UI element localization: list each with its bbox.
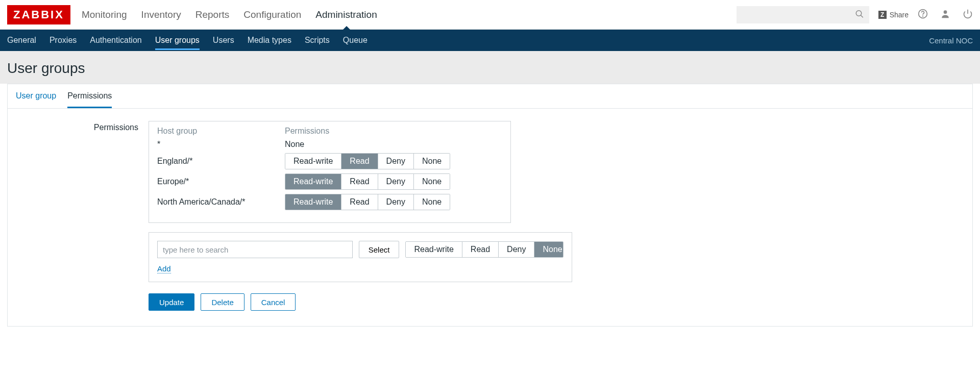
new-permission-option-readwrite[interactable]: Read-write bbox=[406, 242, 461, 257]
permission-row-level: None bbox=[285, 140, 304, 149]
add-link[interactable]: Add bbox=[157, 264, 171, 273]
subnav-item-queue[interactable]: Queue bbox=[343, 31, 368, 50]
select-button[interactable]: Select bbox=[359, 241, 400, 258]
user-icon[interactable] bbox=[940, 9, 950, 20]
permissions-header: Host group Permissions bbox=[157, 127, 502, 136]
new-permission-level: Read-writeReadDenyNone bbox=[405, 241, 564, 258]
svg-point-0 bbox=[856, 10, 862, 16]
topbar-right: Z Share bbox=[737, 6, 973, 23]
permission-option-readwrite[interactable]: Read-write bbox=[285, 174, 341, 189]
form-body: Permissions Host group Permissions *None… bbox=[8, 109, 972, 326]
new-permission-option-read[interactable]: Read bbox=[462, 242, 498, 257]
help-icon[interactable] bbox=[918, 9, 928, 20]
delete-button[interactable]: Delete bbox=[201, 293, 244, 311]
tabs: User groupPermissions bbox=[8, 84, 972, 109]
permission-option-readwrite[interactable]: Read-write bbox=[285, 154, 341, 169]
permission-row: *None bbox=[157, 140, 502, 149]
field-label-permissions: Permissions bbox=[16, 121, 138, 311]
permission-level-toggle: Read-writeReadDenyNone bbox=[285, 153, 450, 169]
subnav-item-authentication[interactable]: Authentication bbox=[90, 31, 141, 50]
topbar-icons bbox=[918, 9, 973, 20]
subnav-item-users[interactable]: Users bbox=[213, 31, 234, 50]
share-button[interactable]: Z Share bbox=[878, 11, 909, 19]
subnav: GeneralProxiesAuthenticationUser groupsU… bbox=[0, 30, 980, 51]
new-permission-option-deny[interactable]: Deny bbox=[498, 242, 534, 257]
form-panel: User groupPermissions Permissions Host g… bbox=[7, 84, 973, 327]
power-icon[interactable] bbox=[963, 9, 973, 20]
search-input[interactable] bbox=[737, 6, 869, 23]
permission-level-toggle: Read-writeReadDenyNone bbox=[285, 194, 450, 210]
permission-row: North America/Canada/*Read-writeReadDeny… bbox=[157, 194, 502, 210]
topnav-item-administration[interactable]: Administration bbox=[315, 0, 377, 30]
permission-row-group: North America/Canada/* bbox=[157, 197, 285, 207]
permission-level-toggle: Read-writeReadDenyNone bbox=[285, 173, 450, 190]
form-actions: Update Delete Cancel bbox=[149, 293, 572, 311]
z-badge-icon: Z bbox=[878, 11, 887, 19]
header-host-group: Host group bbox=[157, 127, 285, 136]
search-icon[interactable] bbox=[855, 9, 864, 20]
share-label: Share bbox=[890, 11, 909, 19]
subnav-item-scripts[interactable]: Scripts bbox=[305, 31, 330, 50]
permission-row-group: * bbox=[157, 140, 285, 149]
cancel-button[interactable]: Cancel bbox=[251, 293, 296, 311]
subnav-right-label[interactable]: Central NOC bbox=[929, 36, 973, 45]
permission-option-deny[interactable]: Deny bbox=[378, 154, 413, 169]
page-title: User groups bbox=[7, 60, 973, 77]
host-group-search-input[interactable] bbox=[157, 241, 353, 258]
subnav-items: GeneralProxiesAuthenticationUser groupsU… bbox=[7, 31, 368, 50]
topnav-item-configuration[interactable]: Configuration bbox=[243, 0, 301, 30]
header-permissions: Permissions bbox=[285, 127, 329, 136]
permission-option-none[interactable]: None bbox=[413, 174, 450, 189]
permission-option-none[interactable]: None bbox=[413, 154, 450, 169]
permissions-table: Host group Permissions *NoneEngland/*Rea… bbox=[149, 121, 511, 223]
permission-row: England/*Read-writeReadDenyNone bbox=[157, 153, 502, 169]
permission-row-group: England/* bbox=[157, 157, 285, 166]
global-search bbox=[737, 6, 869, 23]
permission-row-level: Read-writeReadDenyNone bbox=[285, 153, 450, 169]
page-heading-area: User groups bbox=[0, 51, 980, 84]
svg-point-4 bbox=[944, 10, 947, 14]
update-button[interactable]: Update bbox=[149, 293, 194, 311]
tab-user-group[interactable]: User group bbox=[16, 91, 56, 108]
permission-option-readwrite[interactable]: Read-write bbox=[285, 194, 341, 210]
permission-row-group: Europe/* bbox=[157, 177, 285, 186]
topnav-item-inventory[interactable]: Inventory bbox=[141, 0, 181, 30]
topbar: ZABBIX MonitoringInventoryReportsConfigu… bbox=[0, 0, 980, 30]
permission-option-deny[interactable]: Deny bbox=[378, 174, 413, 189]
svg-point-3 bbox=[923, 16, 923, 16]
permission-option-read[interactable]: Read bbox=[341, 154, 377, 169]
tab-permissions[interactable]: Permissions bbox=[67, 91, 112, 108]
svg-line-1 bbox=[861, 15, 863, 17]
permission-option-none[interactable]: None bbox=[413, 194, 450, 210]
subnav-item-proxies[interactable]: Proxies bbox=[50, 31, 77, 50]
permission-row-level: Read-writeReadDenyNone bbox=[285, 194, 450, 210]
add-permission-block: Select Read-writeReadDenyNone Add bbox=[149, 232, 572, 282]
subnav-item-media-types[interactable]: Media types bbox=[248, 31, 291, 50]
field-content: Host group Permissions *NoneEngland/*Rea… bbox=[149, 121, 572, 311]
topnav-item-reports[interactable]: Reports bbox=[195, 0, 230, 30]
permission-option-read[interactable]: Read bbox=[341, 174, 377, 189]
permission-option-read[interactable]: Read bbox=[341, 194, 377, 210]
logo[interactable]: ZABBIX bbox=[7, 5, 70, 24]
topnav-item-monitoring[interactable]: Monitoring bbox=[82, 0, 127, 30]
new-permission-option-none[interactable]: None bbox=[534, 242, 564, 257]
subnav-item-general[interactable]: General bbox=[7, 31, 36, 50]
permission-row: Europe/*Read-writeReadDenyNone bbox=[157, 173, 502, 190]
subnav-item-user-groups[interactable]: User groups bbox=[155, 31, 200, 50]
permission-row-level: Read-writeReadDenyNone bbox=[285, 173, 450, 190]
permission-option-deny[interactable]: Deny bbox=[378, 194, 413, 210]
topnav: MonitoringInventoryReportsConfigurationA… bbox=[82, 0, 377, 30]
add-permission-row: Select Read-writeReadDenyNone bbox=[157, 241, 564, 258]
